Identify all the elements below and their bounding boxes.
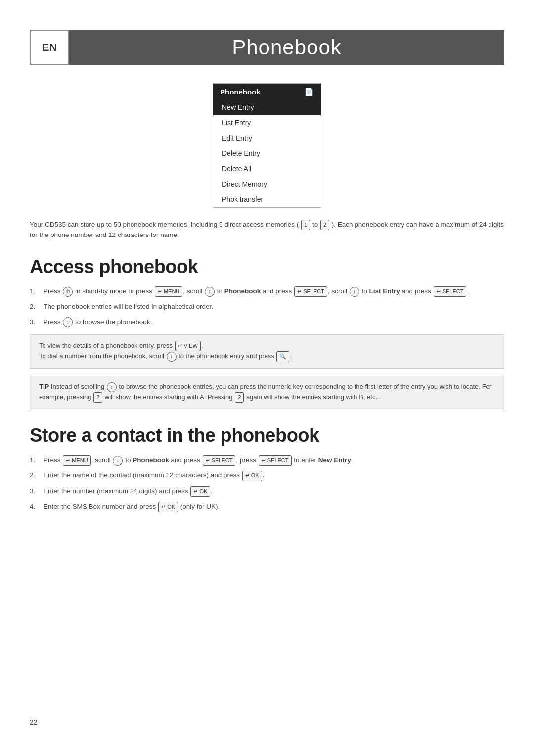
menu-header: Phonebook 📄	[213, 84, 321, 100]
scroll-icon-4: ↕	[167, 352, 177, 362]
select-button-2: ↵ SELECT	[434, 286, 467, 297]
select-button-4: ↵ SELECT	[259, 455, 292, 466]
menu-item-new-entry[interactable]: New Entry	[213, 100, 321, 115]
store-step-3: Enter the number (maximum 24 digits) and…	[30, 486, 504, 497]
menu-item-direct-memory[interactable]: Direct Memory	[213, 177, 321, 192]
access-note-box: To view the details of a phonebook entry…	[30, 334, 504, 369]
key-2-button: 2	[93, 392, 102, 403]
scroll-icon-6: ↕	[113, 456, 123, 466]
store-step-4: Enter the SMS Box number and press ↵ OK …	[30, 502, 504, 512]
menu-item-edit-entry[interactable]: Edit Entry	[213, 131, 321, 146]
access-step-2: The phonebook entries will be listed in …	[30, 302, 504, 312]
menu-button: ↵ MENU	[155, 286, 182, 297]
note-line-2: To dial a number from the phonebook, scr…	[39, 351, 495, 362]
menu-item-list-entry[interactable]: List Entry	[213, 115, 321, 131]
scroll-icon-2: ↕	[350, 287, 359, 297]
page-title: Phonebook	[69, 30, 504, 65]
scroll-icon-5: ↕	[107, 382, 117, 392]
menu-item-delete-entry[interactable]: Delete Entry	[213, 146, 321, 161]
menu-icon: 📄	[304, 87, 314, 96]
select-button: ↵ SELECT	[294, 286, 327, 297]
menu-title: Phonebook	[220, 88, 261, 96]
page-number: 22	[30, 718, 38, 726]
store-step-2: Enter the name of the contact (maximum 1…	[30, 471, 504, 481]
store-section-heading: Store a contact in the phonebook	[30, 425, 504, 446]
store-steps-list: Press ↵ MENU, scroll ↕ to Phonebook and …	[30, 455, 504, 512]
key-icon-1: 1	[301, 220, 310, 230]
ok-button-1: ↵ OK	[242, 471, 262, 481]
tip-label: TIP	[39, 383, 49, 390]
scroll-icon-3: ↕	[63, 317, 73, 327]
scroll-icon: ↕	[205, 287, 215, 297]
tip-box: TIP Instead of scrolling ↕ to browse the…	[30, 376, 504, 409]
phone-icon: ✆	[63, 287, 73, 297]
key-icon-2: 2	[320, 220, 329, 230]
ok-button-2: ↵ OK	[190, 486, 210, 497]
access-steps-list: Press ✆ in stand-by mode or press ↵ MENU…	[30, 286, 504, 328]
key-2-button-2: 2	[235, 392, 244, 403]
ok-button-3: ↵ OK	[158, 502, 178, 512]
phonebook-menu-container: Phonebook 📄 New Entry List Entry Edit En…	[30, 83, 504, 208]
store-step-1: Press ↵ MENU, scroll ↕ to Phonebook and …	[30, 455, 504, 466]
select-button-3: ↵ SELECT	[203, 455, 236, 466]
dial-button: 🔍	[276, 351, 289, 362]
menu-item-phbk-transfer[interactable]: Phbk transfer	[213, 192, 321, 207]
menu-item-delete-all[interactable]: Delete All	[213, 161, 321, 177]
access-step-1: Press ✆ in stand-by mode or press ↵ MENU…	[30, 286, 504, 297]
access-section-heading: Access phonebook	[30, 256, 504, 278]
phonebook-description: Your CD535 can store up to 50 phonebook …	[30, 220, 504, 240]
access-step-3: Press ↕ to browse the phonebook.	[30, 317, 504, 328]
menu-button-2: ↵ MENU	[63, 455, 90, 466]
language-badge: EN	[30, 30, 69, 65]
phonebook-menu: Phonebook 📄 New Entry List Entry Edit En…	[213, 83, 321, 208]
tip-text: Instead of scrolling ↕ to browse the pho…	[39, 383, 491, 401]
page-header: EN Phonebook	[30, 30, 504, 65]
note-line-1: To view the details of a phonebook entry…	[39, 341, 495, 352]
view-button: ↵ VIEW	[175, 341, 201, 352]
